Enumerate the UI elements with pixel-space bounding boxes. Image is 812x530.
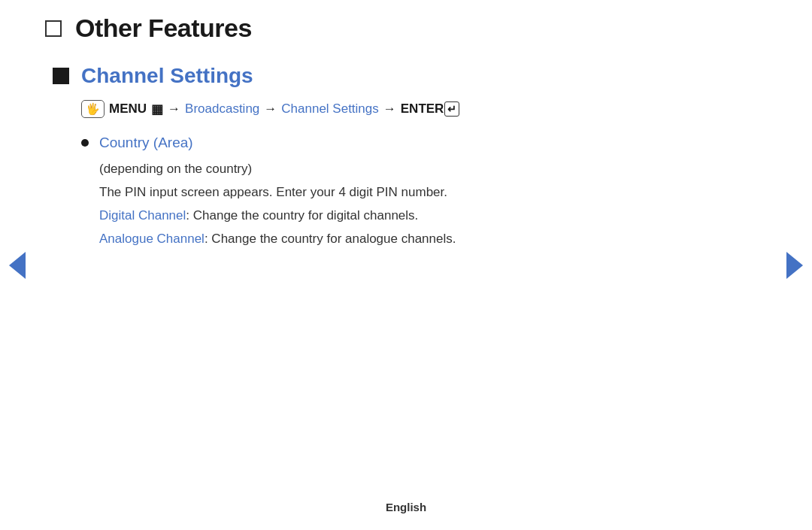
section-header: Channel Settings	[53, 64, 767, 88]
next-page-arrow[interactable]	[786, 252, 803, 279]
menu-grid-icon: ▦	[151, 101, 163, 117]
section-icon	[53, 68, 69, 84]
sub-text-digital: Digital Channel: Change the country for …	[99, 205, 767, 227]
enter-icon: ↵	[444, 101, 459, 117]
enter-text: ENTER	[401, 101, 444, 117]
page-title: Other Features	[75, 14, 252, 43]
main-section: Channel Settings 🖐 MENU ▦ → Broadcasting…	[53, 64, 767, 250]
menu-path: 🖐 MENU ▦ → Broadcasting → Channel Settin…	[81, 100, 767, 118]
sub-content: (depending on the country) The PIN input…	[99, 159, 767, 250]
menu-label: MENU	[109, 101, 147, 117]
digital-channel-link: Digital Channel	[99, 208, 186, 223]
bullet-item-country: Country (Area)	[81, 135, 767, 151]
menu-hand-icon: 🖐	[81, 100, 105, 118]
menu-step-channel-settings: Channel Settings	[281, 101, 378, 117]
section-title: Channel Settings	[81, 64, 253, 88]
sub-text-pin: The PIN input screen appears. Enter your…	[99, 182, 767, 202]
sub-text-depending: (depending on the country)	[99, 159, 767, 179]
sub-text-analogue: Analogue Channel: Change the country for…	[99, 229, 767, 250]
analogue-channel-link: Analogue Channel	[99, 232, 205, 246]
bullet-title: Country (Area)	[99, 135, 193, 151]
enter-button-label: ENTER↵	[401, 101, 460, 117]
menu-step-broadcasting: Broadcasting	[185, 101, 259, 117]
content-area: Country (Area) (depending on the country…	[81, 135, 767, 250]
prev-page-arrow[interactable]	[9, 252, 26, 279]
digital-channel-desc: : Change the country for digital channel…	[186, 208, 418, 223]
arrow-3: →	[383, 101, 396, 117]
analogue-channel-desc: : Change the country for analogue channe…	[205, 232, 456, 246]
header-checkbox-icon	[45, 20, 62, 37]
arrow-1: →	[168, 101, 180, 117]
header-section: Other Features	[45, 14, 767, 43]
page-container: Other Features Channel Settings 🖐 MENU ▦…	[0, 0, 812, 530]
bullet-dot-icon	[81, 139, 89, 147]
arrow-2: →	[264, 101, 277, 117]
footer-language: English	[386, 501, 426, 513]
